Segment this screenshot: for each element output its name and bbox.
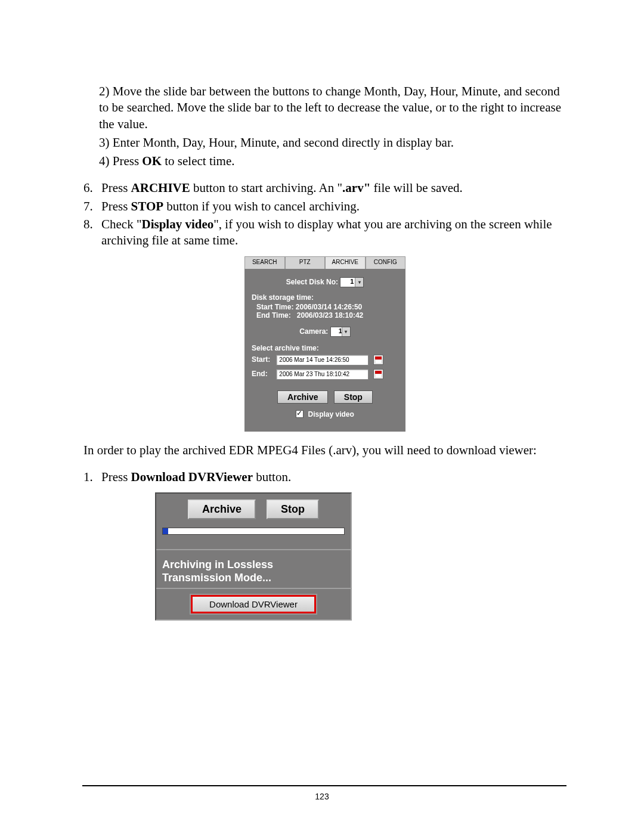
list-item-1b: 1. Press Download DVRViewer button. <box>83 469 566 485</box>
archive-button[interactable]: Archive <box>188 500 256 519</box>
archive-start-row: Start: 2006 Mar 14 Tue 14:26:50 <box>252 355 398 365</box>
text-bold: OK <box>142 154 162 168</box>
camera-label: Camera: <box>299 327 328 335</box>
text: button. <box>253 470 291 484</box>
status-line-2: Transmission Mode... <box>162 572 345 585</box>
tab-ptz[interactable]: PTZ <box>285 256 326 269</box>
end-time-value: 2006/03/23 18:10:42 <box>297 311 363 320</box>
start-time-label: Start Time: <box>256 303 293 311</box>
display-video-label: Display video <box>308 410 354 418</box>
list-number: 7. <box>83 199 101 215</box>
display-video-checkbox[interactable] <box>296 410 304 418</box>
text: Press <box>101 199 131 213</box>
list-item-6: 6. Press ARCHIVE button to start archivi… <box>83 180 566 196</box>
footer-rule <box>82 785 566 786</box>
page-number: 123 <box>0 792 644 801</box>
stop-button[interactable]: Stop <box>334 390 373 404</box>
progress-bar <box>162 528 345 535</box>
text: Press <box>101 181 131 195</box>
text: button to start archiving. An " <box>190 181 342 195</box>
list-number: 8. <box>83 216 101 249</box>
text: file will be saved. <box>370 181 463 195</box>
calendar-icon[interactable] <box>373 369 383 379</box>
tab-config[interactable]: CONFIG <box>366 256 406 269</box>
body-step-2: 2) Move the slide bar between the button… <box>99 83 566 132</box>
disk-select-value: 1 <box>350 278 354 285</box>
camera-row: Camera: 1 ▾ <box>252 327 398 337</box>
list-number: 1. <box>83 469 101 485</box>
tab-bar: SEARCH PTZ ARCHIVE CONFIG <box>244 256 405 269</box>
tab-search[interactable]: SEARCH <box>244 256 285 269</box>
camera-select[interactable]: 1 ▾ <box>330 327 351 337</box>
body-step-3: 3) Enter Month, Day, Hour, Minute, and s… <box>99 135 566 151</box>
start-time-value: 2006/03/14 14:26:50 <box>296 303 362 311</box>
text: Check " <box>101 217 141 231</box>
text-bold: .arv" <box>342 181 370 195</box>
text-bold: Download DVRViewer <box>131 470 253 484</box>
storage-title: Disk storage time: <box>252 293 398 302</box>
text-bold: STOP <box>131 199 163 213</box>
progress-fill <box>163 528 168 534</box>
list-item-7: 7. Press STOP button if you wish to canc… <box>83 199 566 215</box>
disk-select[interactable]: 1 ▾ <box>340 277 364 287</box>
stop-button[interactable]: Stop <box>267 500 319 519</box>
chevron-down-icon: ▾ <box>342 327 350 336</box>
list-number: 6. <box>83 180 101 196</box>
tab-archive[interactable]: ARCHIVE <box>325 256 366 269</box>
download-panel: Archive Stop Archiving in Lossless Trans… <box>155 492 352 621</box>
archive-button[interactable]: Archive <box>277 390 328 404</box>
status-line-1: Archiving in Lossless <box>162 559 345 572</box>
calendar-icon[interactable] <box>373 355 383 365</box>
text: Press <box>101 470 131 484</box>
end-time-label: End Time: <box>256 311 291 320</box>
text: button if you wish to cancel archiving. <box>163 199 360 213</box>
start-time-line: Start Time: 2006/03/14 14:26:50 <box>256 303 398 311</box>
archive-time-title: Select archive time: <box>252 344 398 352</box>
body-step-4: 4) Press OK to select time. <box>99 153 566 169</box>
archive-start-input[interactable]: 2006 Mar 14 Tue 14:26:50 <box>276 355 369 365</box>
chevron-down-icon: ▾ <box>355 278 363 287</box>
text: to select time. <box>162 154 234 168</box>
end-time-line: End Time: 2006/03/23 18:10:42 <box>256 311 398 320</box>
text-bold: ARCHIVE <box>131 181 190 195</box>
disk-label: Select Disk No: <box>286 277 338 286</box>
text: 4) Press <box>99 154 142 168</box>
archive-end-input[interactable]: 2006 Mar 23 Thu 18:10:42 <box>276 369 369 380</box>
archive-end-row: End: 2006 Mar 23 Thu 18:10:42 <box>252 369 398 380</box>
disk-row: Select Disk No: 1 ▾ <box>252 277 398 287</box>
archive-start-label: Start: <box>252 355 274 364</box>
archive-panel: SEARCH PTZ ARCHIVE CONFIG Select Disk No… <box>244 256 405 432</box>
archive-end-label: End: <box>252 370 274 378</box>
status-text: Archiving in Lossless Transmission Mode.… <box>156 550 351 589</box>
list-item-8: 8. Check "Display video", if you wish to… <box>83 216 566 249</box>
post-paragraph: In order to play the archived EDR MPEG4 … <box>83 442 566 458</box>
text-bold: Display video <box>141 217 213 231</box>
download-dvrviewer-button[interactable]: Download DVRViewer <box>191 595 316 613</box>
